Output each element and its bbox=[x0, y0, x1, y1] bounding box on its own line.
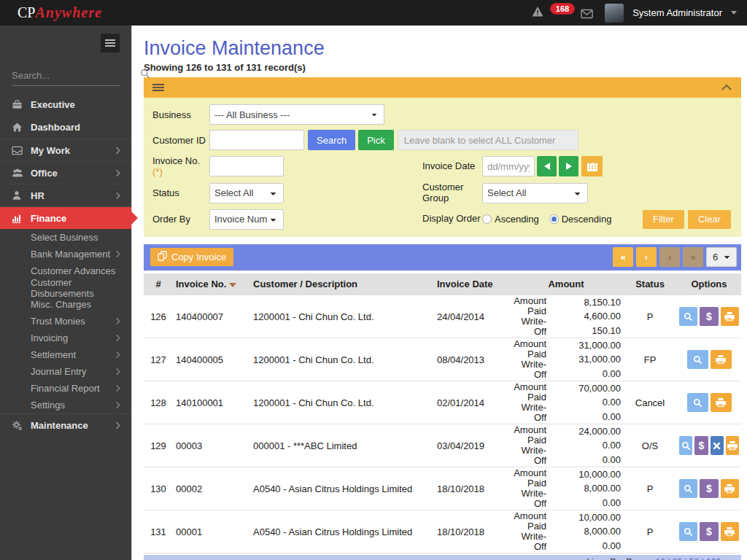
print-icon[interactable] bbox=[721, 307, 739, 326]
date-prev-button[interactable] bbox=[537, 156, 557, 176]
business-label: Business bbox=[152, 109, 209, 120]
sidebar-item-maintenance[interactable]: Maintenance bbox=[0, 413, 131, 436]
copy-invoice-button[interactable]: Copy Invoice bbox=[150, 248, 233, 266]
invoice-row-128: 1281401000011200001 - Chi Chun Co. Ltd.0… bbox=[144, 381, 741, 424]
alerts-warning-icon[interactable] bbox=[531, 6, 544, 20]
invoice-no-input[interactable] bbox=[209, 156, 284, 176]
sidebar-item-dashboard[interactable]: Dashboard bbox=[0, 116, 131, 139]
sidebar-collapse-button[interactable] bbox=[101, 34, 120, 52]
sidebar-subitem-select-business[interactable]: Select Business bbox=[0, 229, 131, 246]
business-select[interactable]: --- All Business --- bbox=[209, 104, 384, 125]
print-icon[interactable] bbox=[721, 479, 739, 498]
col-header-customer[interactable]: Customer / Description bbox=[250, 279, 434, 289]
amount-values: 10,000.008,000.000.00 bbox=[549, 467, 624, 510]
print-icon[interactable] bbox=[711, 393, 732, 412]
amount-labels: AmountPaidWrite-Off bbox=[508, 382, 549, 423]
sidebar-search-input[interactable] bbox=[12, 70, 140, 81]
filter-button[interactable]: Filter bbox=[643, 210, 684, 229]
status-select[interactable]: Select All bbox=[209, 183, 284, 203]
customer-group-label: Customer Group bbox=[422, 182, 482, 204]
lines-per-page-label: Lines Per Page bbox=[587, 557, 647, 560]
payment-dollar-icon[interactable]: $ bbox=[694, 436, 708, 455]
first-page-button[interactable]: « bbox=[613, 247, 633, 267]
last-page-button[interactable]: » bbox=[683, 247, 703, 267]
sidebar-item-label: HR bbox=[31, 190, 44, 201]
payment-dollar-icon[interactable]: $ bbox=[700, 479, 718, 498]
ascending-radio[interactable]: Ascending bbox=[482, 214, 539, 225]
inbox-icon bbox=[12, 146, 23, 155]
col-header-amount[interactable]: Amount bbox=[508, 279, 624, 289]
col-header-num: # bbox=[144, 279, 173, 289]
prev-page-button[interactable]: ‹ bbox=[636, 247, 657, 267]
payment-dollar-icon[interactable]: $ bbox=[700, 522, 718, 541]
calendar-icon[interactable] bbox=[581, 156, 603, 176]
invoice-no-cell: 140100001 bbox=[173, 397, 250, 408]
sidebar-item-office[interactable]: Office bbox=[0, 161, 131, 184]
descending-radio[interactable]: Descending bbox=[549, 214, 612, 225]
view-search-icon[interactable] bbox=[679, 522, 697, 541]
filter-panel: Business --- All Business --- Customer I… bbox=[144, 77, 741, 237]
sidebar-subitem-trust-monies[interactable]: Trust Monies bbox=[0, 313, 131, 330]
user-menu-chevron-icon[interactable] bbox=[731, 11, 737, 15]
col-header-invoice-no[interactable]: Invoice No. bbox=[173, 279, 250, 289]
col-header-date[interactable]: Invoice Date bbox=[434, 279, 508, 289]
print-icon[interactable] bbox=[726, 436, 739, 455]
clear-button[interactable]: Clear bbox=[688, 210, 731, 229]
page-size-select[interactable]: 6 bbox=[706, 247, 737, 267]
col-header-status[interactable]: Status bbox=[624, 279, 676, 289]
chevron-right-icon bbox=[115, 317, 121, 325]
sidebar-subitem-settlement[interactable]: Settlement bbox=[0, 346, 131, 363]
print-icon[interactable] bbox=[721, 522, 739, 541]
row-options: $ bbox=[676, 479, 742, 498]
view-search-icon[interactable] bbox=[687, 350, 708, 369]
view-search-icon[interactable] bbox=[679, 436, 692, 455]
amount-labels: AmountPaidWrite-Off bbox=[508, 296, 549, 337]
view-search-icon[interactable] bbox=[687, 393, 708, 412]
customer-pick-button[interactable]: Pick bbox=[358, 130, 394, 150]
chevron-right-icon bbox=[115, 334, 121, 342]
customer-group-select[interactable]: Select All bbox=[482, 183, 588, 203]
sidebar-subitem-invoicing[interactable]: Invoicing bbox=[0, 330, 131, 346]
collapse-panel-chevron-icon[interactable] bbox=[721, 83, 732, 92]
sidebar-subitem-settings[interactable]: Settings bbox=[0, 397, 131, 413]
view-search-icon[interactable] bbox=[679, 479, 697, 498]
sidebar-item-hr[interactable]: HR bbox=[0, 184, 131, 206]
sidebar-subitem-bank-management[interactable]: Bank Management bbox=[0, 246, 131, 262]
user-avatar[interactable] bbox=[605, 4, 624, 23]
invoice-date-label: Invoice Date bbox=[422, 161, 482, 172]
sidebar-item-my-work[interactable]: My Work bbox=[0, 139, 131, 161]
row-options: $ bbox=[676, 436, 742, 455]
app-logo[interactable]: CPAnywhere bbox=[18, 4, 102, 21]
sidebar-subitem-financial-report[interactable]: Financial Report bbox=[0, 380, 131, 397]
customer-id-input[interactable] bbox=[209, 130, 304, 150]
customer-id-label: Customer ID bbox=[152, 135, 209, 146]
col-header-options: Options bbox=[676, 279, 742, 289]
filter-menu-icon[interactable] bbox=[152, 87, 164, 88]
invoice-date-input[interactable] bbox=[482, 156, 535, 176]
payment-dollar-icon[interactable]: $ bbox=[700, 307, 718, 326]
print-icon[interactable] bbox=[711, 350, 732, 369]
customer-search-button[interactable]: Search bbox=[308, 130, 355, 150]
messages-envelope-icon[interactable] bbox=[581, 9, 593, 22]
date-next-button[interactable] bbox=[559, 156, 578, 176]
sidebar-subitem-label: Settings bbox=[31, 400, 65, 411]
grid-toolbar: Copy Invoice « ‹ › » 6 bbox=[144, 244, 741, 271]
sidebar-item-executive[interactable]: Executive bbox=[0, 93, 131, 116]
search-icon[interactable] bbox=[140, 69, 150, 82]
invoice-no-label: Invoice No. (*) bbox=[152, 155, 209, 177]
cancel-x-icon[interactable] bbox=[711, 436, 724, 455]
sidebar-subitem-label: Customer Advances bbox=[31, 265, 115, 276]
sidebar-subitem-customer-disbursements[interactable]: Customer Disbursements bbox=[0, 279, 131, 296]
invoice-no-cell: 00002 bbox=[173, 483, 250, 494]
order-by-select[interactable]: Invoice Numb bbox=[209, 209, 284, 230]
sidebar-subitem-label: Customer Disbursements bbox=[31, 277, 121, 299]
view-search-icon[interactable] bbox=[679, 307, 697, 326]
next-page-button[interactable]: › bbox=[659, 247, 680, 267]
sidebar-subitem-journal-entry[interactable]: Journal Entry bbox=[0, 363, 131, 380]
customer-cell: A0540 - Asian Citrus Holdings Limited bbox=[250, 483, 434, 494]
notification-count-badge[interactable]: 168 bbox=[550, 3, 575, 15]
lines-per-page-options[interactable]: 10 | 25 | 50 | 100 bbox=[656, 557, 721, 560]
sidebar-item-label: Maintenance bbox=[31, 420, 88, 431]
user-name[interactable]: System Administrator bbox=[632, 7, 722, 18]
sidebar-item-finance[interactable]: Finance bbox=[0, 206, 131, 229]
